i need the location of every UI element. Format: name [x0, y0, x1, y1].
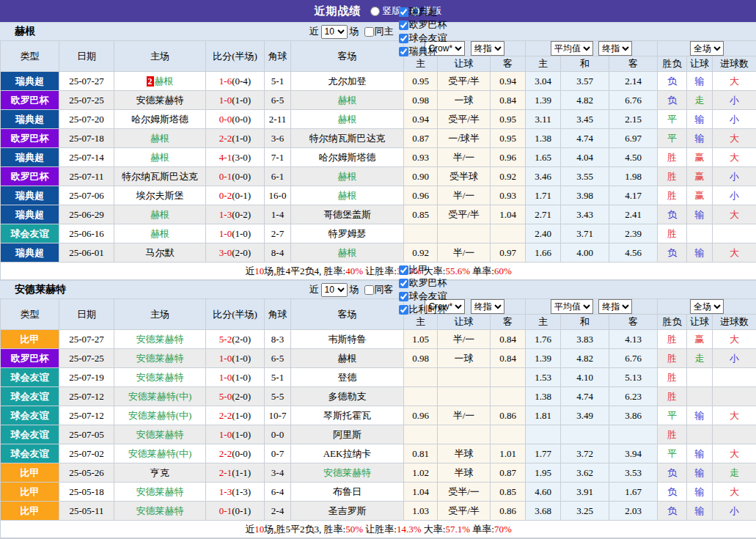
away-team-name: 赫根	[338, 114, 357, 125]
odds-stage-select[interactable]: 终指	[471, 41, 504, 56]
handicap-result-cell: 赢	[687, 167, 713, 186]
score-cell: 4-1(3-0)	[206, 148, 265, 167]
avg-away-cell: 3.86	[609, 406, 658, 425]
league-cell: 欧罗巴杯	[1, 167, 59, 186]
average-stage-select[interactable]: 终指	[598, 41, 632, 56]
league-filter-checkbox[interactable]	[399, 292, 408, 301]
league-filter[interactable]: 球会友谊	[394, 32, 447, 45]
league-filter-checkbox[interactable]	[399, 47, 408, 56]
goals-result-cell	[713, 368, 756, 387]
avg-away-cell: 6.97	[609, 129, 658, 148]
odds-away-cell: 0.84	[491, 349, 526, 368]
match-row: 欧罗巴杯25-07-25安德莱赫特1-0(1-0)6-5赫根0.98一球0.84…	[1, 349, 756, 368]
match-row: 欧罗巴杯25-07-11特尔纳瓦斯巴达克0-1(0-0)6-1赫根0.90受半球…	[1, 167, 756, 186]
average-stage-select[interactable]: 终指	[598, 299, 632, 314]
average-group-header: 平均值 终指	[526, 41, 658, 56]
home-team-name: 赫根	[150, 152, 169, 163]
league-cell: 欧罗巴杯	[1, 129, 59, 148]
summary-segment: 10	[254, 265, 264, 276]
avg-away-cell: 2.03	[609, 502, 658, 521]
odds-stage-select[interactable]: 终指	[471, 299, 504, 314]
fulltime-score: 2-2	[219, 133, 232, 144]
away-team-cell: 布鲁日	[291, 483, 404, 502]
halftime-score: (1-0)	[232, 95, 251, 106]
avg-home-cell: 3.46	[526, 167, 561, 186]
odds-home-cell: 0.95	[404, 72, 438, 91]
result-cell: 负	[658, 483, 687, 502]
home-team-name: 亨克	[150, 467, 169, 478]
avg-draw-cell: 3.49	[561, 406, 609, 425]
odds-handicap-cell: 半/一	[438, 186, 491, 205]
match-row: 瑞典超25-07-272赫根1-6(0-4)5-1尤尔加登0.95受平/半0.9…	[1, 72, 756, 91]
same-venue-checkbox[interactable]	[364, 27, 374, 37]
team-section: 安德莱赫特 近 10 场 同客 比甲欧罗巴杯球会友谊比利时杯	[0, 280, 756, 538]
col-header-home: 主场	[114, 41, 206, 72]
home-team-cell: 赫根	[114, 148, 206, 167]
sub-result: 胜负	[658, 56, 687, 72]
same-venue-label: 同客	[375, 283, 394, 296]
league-cell: 球会友谊	[1, 444, 59, 463]
away-team-cell: 特尔纳瓦斯巴达克	[291, 129, 404, 148]
home-team-name: 安德莱赫特	[136, 95, 184, 106]
away-team-name: 哥德堡盖斯	[323, 209, 371, 220]
same-venue-checkbox[interactable]	[364, 285, 374, 295]
goals-result-cell: 走	[713, 463, 756, 483]
avg-home-cell: 1.38	[526, 129, 561, 148]
average-select[interactable]: 平均值	[551, 41, 593, 56]
same-venue-filter[interactable]: 同主	[359, 25, 394, 38]
league-filter-checkbox[interactable]	[399, 305, 408, 315]
away-team-name: AEK拉纳卡	[323, 448, 372, 459]
match-row: 比甲25-05-26亨克2-1(1-1)3-4安德莱赫特1.02半球0.871.…	[1, 463, 756, 483]
match-row: 球会友谊25-07-19安德莱赫特1-0(1-0)5-1登德1.534.105.…	[1, 368, 756, 387]
date-cell: 25-07-12	[59, 387, 114, 406]
goals-result-cell: 大	[713, 330, 756, 349]
average-select[interactable]: 平均值	[551, 299, 593, 314]
section-header-bar: 赫根 近 10 场 同主 瑞典超欧罗巴杯球会友谊瑞典杯	[0, 22, 756, 40]
away-team-name: 赫根	[338, 95, 357, 106]
league-filter-checkbox[interactable]	[399, 21, 408, 30]
date-cell: 25-07-20	[59, 110, 114, 129]
score-cell: 0-1(0-1)	[206, 502, 265, 521]
league-filter[interactable]: 球会友谊	[394, 290, 447, 303]
away-team-name: 赫根	[338, 190, 357, 201]
corners-cell: 6-5	[265, 91, 291, 110]
result-cell: 平	[658, 129, 687, 148]
league-filter[interactable]: 瑞典杯	[394, 45, 447, 58]
league-filter[interactable]: 比甲	[394, 263, 447, 276]
col-header-corners: 角球	[265, 41, 291, 72]
date-cell: 25-07-18	[59, 129, 114, 148]
halftime-score: (1-0)	[232, 353, 251, 364]
same-venue-filter[interactable]: 同客	[359, 283, 394, 296]
avg-away-cell: 5.13	[609, 368, 658, 387]
odds-home-cell: 0.96	[404, 186, 438, 205]
league-filter-checkbox[interactable]	[399, 279, 408, 288]
league-filter[interactable]: 比利时杯	[394, 303, 447, 316]
match-count-select[interactable]: 10	[321, 283, 348, 297]
league-filter[interactable]: 瑞典超	[394, 5, 447, 18]
league-filter-checkbox[interactable]	[399, 34, 408, 43]
handicap-result-cell	[687, 425, 713, 444]
avg-draw-cell: 4.04	[561, 148, 609, 167]
goals-result-cell: 大	[713, 205, 756, 224]
match-count-select[interactable]: 10	[321, 25, 348, 39]
league-cell: 球会友谊	[1, 368, 59, 387]
avg-home-cell: 3.04	[526, 72, 561, 91]
goals-result-cell: 大	[713, 72, 756, 91]
league-filter-checkbox[interactable]	[399, 265, 408, 275]
corners-cell: 3-6	[265, 129, 291, 148]
section-header-bar: 安德莱赫特 近 10 场 同客 比甲欧罗巴杯球会友谊比利时杯	[0, 280, 756, 298]
league-filter-checkbox[interactable]	[399, 7, 408, 17]
col-header-date: 日期	[59, 41, 114, 72]
scope-select[interactable]: 全场	[690, 41, 724, 56]
scope-select[interactable]: 全场	[690, 299, 724, 314]
odds-handicap-cell: 半球	[438, 444, 491, 463]
match-row: 瑞典超25-07-20哈尔姆斯塔德0-0(0-0)2-11赫根0.94受平/半0…	[1, 110, 756, 129]
corners-cell: 10-7	[265, 406, 291, 425]
handicap-result-cell: 赢	[687, 186, 713, 205]
league-filter[interactable]: 欧罗巴杯	[394, 276, 447, 290]
league-cell: 瑞典超	[1, 186, 59, 205]
league-filter[interactable]: 欧罗巴杯	[394, 18, 447, 32]
avg-home-cell: 1.66	[526, 243, 561, 263]
avg-home-cell: 1.39	[526, 349, 561, 368]
handicap-result-cell: 输	[687, 243, 713, 263]
